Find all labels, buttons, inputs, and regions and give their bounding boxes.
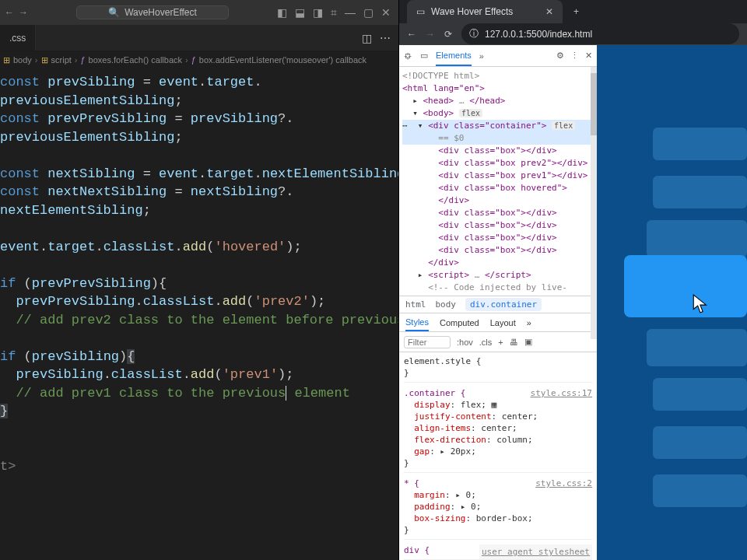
wave-box-hovered[interactable] bbox=[624, 255, 747, 317]
vscode-titlebar: ← → 🔍 WaveHoverEffect ◧ ⬓ ◨ ⌗ ― ▢ ✕ bbox=[0, 0, 398, 25]
address-bar[interactable]: ⓘ 127.0.0.1:5500/index.html bbox=[461, 23, 739, 44]
hov-toggle[interactable]: :hov bbox=[457, 338, 473, 347]
command-center[interactable]: 🔍 WaveHoverEffect bbox=[76, 5, 229, 19]
device-toggle-icon[interactable]: ▭ bbox=[420, 51, 428, 61]
breadcrumb[interactable]: ⊞body› ⊞script› ƒboxes.forEach() callbac… bbox=[0, 51, 398, 68]
styles-filter-bar: :hov .cls + 🖶 ▣ bbox=[399, 332, 597, 352]
devtools-panel: ⯐ ▭ Elements » ⚙ ⋮ ✕ <!DOCTYPE html> <ht… bbox=[399, 45, 597, 560]
tab-favicon-icon: ▭ bbox=[416, 6, 425, 17]
new-tab-button[interactable]: + bbox=[566, 0, 587, 23]
styles-tabs: Styles Computed Layout » bbox=[399, 313, 597, 332]
editor-tab[interactable]: .css bbox=[0, 25, 36, 51]
tab-close-icon[interactable]: ✕ bbox=[545, 6, 553, 17]
dom-breadcrumb[interactable]: html body div.container bbox=[399, 296, 597, 313]
tab-filename: .css bbox=[9, 33, 26, 44]
code-editor[interactable]: const prevSibling = event.target. previo… bbox=[0, 68, 398, 560]
dom-tree[interactable]: <!DOCTYPE html> <html lang="en"> ▸ <head… bbox=[399, 67, 597, 296]
kebab-icon[interactable]: ⋮ bbox=[570, 51, 579, 61]
back-icon[interactable]: ← bbox=[407, 29, 416, 40]
wave-box[interactable] bbox=[653, 426, 747, 459]
layout-bottom-icon[interactable]: ⬓ bbox=[295, 6, 305, 19]
cursor-icon bbox=[693, 294, 710, 314]
tab-title: Wave Hover Effects bbox=[431, 6, 513, 17]
page-preview bbox=[597, 45, 747, 560]
url-text: 127.0.0.1:5500/index.html bbox=[485, 29, 592, 40]
styles-filter-input[interactable] bbox=[404, 336, 451, 348]
layout-grid-icon[interactable]: ⌗ bbox=[331, 6, 337, 19]
vscode-window: ← → 🔍 WaveHoverEffect ◧ ⬓ ◨ ⌗ ― ▢ ✕ .css… bbox=[0, 0, 398, 560]
browser-tabstrip: ▭ Wave Hover Effects ✕ + bbox=[399, 0, 747, 23]
wave-box[interactable] bbox=[653, 378, 747, 411]
more-tabs-icon[interactable]: » bbox=[479, 51, 484, 61]
wave-box[interactable] bbox=[653, 176, 747, 208]
site-info-icon[interactable]: ⓘ bbox=[469, 27, 479, 40]
tab-styles[interactable]: Styles bbox=[405, 317, 429, 331]
maximize-icon[interactable]: ▢ bbox=[363, 6, 374, 19]
cls-toggle[interactable]: .cls bbox=[479, 338, 493, 347]
search-icon: 🔍 bbox=[108, 7, 120, 18]
browser-tab[interactable]: ▭ Wave Hover Effects ✕ bbox=[407, 0, 563, 23]
split-editor-icon[interactable]: ◫ bbox=[362, 32, 372, 44]
arrow-right-icon[interactable]: → bbox=[19, 7, 28, 18]
wave-box[interactable] bbox=[653, 128, 747, 160]
layout-right-icon[interactable]: ◨ bbox=[313, 6, 323, 19]
workspace-title: WaveHoverEffect bbox=[124, 7, 197, 18]
devtools-tabs: ⯐ ▭ Elements » ⚙ ⋮ ✕ bbox=[399, 45, 597, 67]
forward-icon[interactable]: → bbox=[426, 29, 435, 40]
tab-elements[interactable]: Elements bbox=[436, 51, 472, 66]
tab-computed[interactable]: Computed bbox=[440, 318, 479, 327]
devtools-close-icon[interactable]: ✕ bbox=[585, 51, 592, 61]
new-style-icon[interactable]: + bbox=[498, 338, 503, 347]
arrow-left-icon[interactable]: ← bbox=[5, 7, 14, 18]
tab-layout[interactable]: Layout bbox=[490, 318, 516, 327]
layout-left-icon[interactable]: ◧ bbox=[277, 6, 287, 19]
wave-box[interactable] bbox=[653, 474, 747, 507]
browser-window: ▭ Wave Hover Effects ✕ + ← → ⟳ ⓘ 127.0.0… bbox=[398, 0, 747, 560]
more-actions-icon[interactable]: ⋯ bbox=[380, 32, 391, 44]
devtools-scrollbar[interactable] bbox=[591, 67, 597, 339]
inspect-icon[interactable]: ⯐ bbox=[404, 51, 412, 61]
browser-toolbar: ← → ⟳ ⓘ 127.0.0.1:5500/index.html bbox=[399, 23, 747, 45]
more-styles-icon[interactable]: » bbox=[527, 318, 531, 327]
editor-tabstrip: .css ◫ ⋯ bbox=[0, 25, 398, 51]
wave-box[interactable] bbox=[647, 220, 747, 257]
reload-icon[interactable]: ⟳ bbox=[444, 29, 452, 40]
styles-pane[interactable]: element.style { } style.css:17 .containe… bbox=[399, 352, 597, 560]
settings-icon[interactable]: ⚙ bbox=[556, 51, 564, 61]
wave-box[interactable] bbox=[647, 329, 747, 366]
print-icon[interactable]: 🖶 bbox=[510, 338, 518, 347]
close-window-icon[interactable]: ✕ bbox=[381, 6, 391, 19]
minimize-icon[interactable]: ― bbox=[345, 6, 356, 19]
boxmodel-icon[interactable]: ▣ bbox=[524, 337, 532, 347]
